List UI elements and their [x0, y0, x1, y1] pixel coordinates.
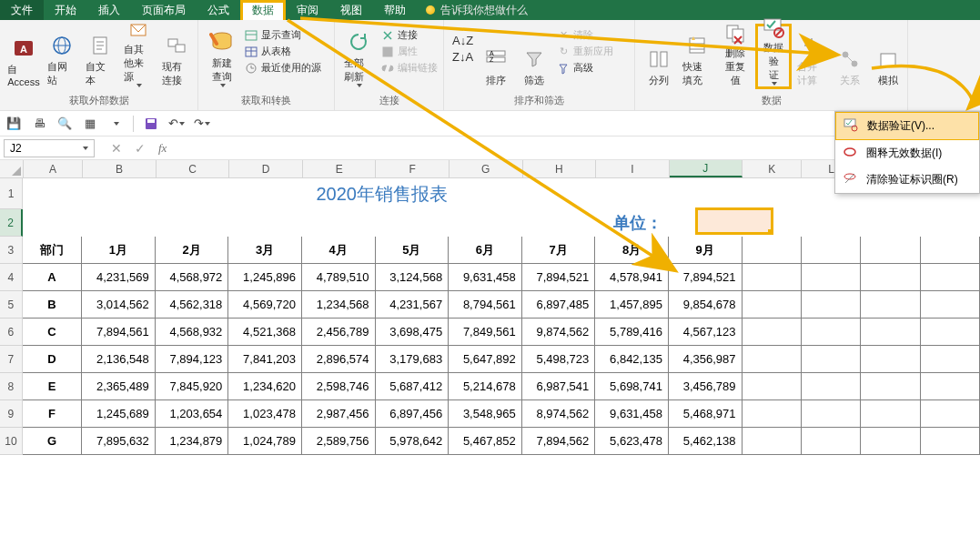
value-cell[interactable]: 3,124,568 — [376, 264, 450, 291]
value-cell[interactable]: 1,203,654 — [156, 400, 229, 428]
value-cell[interactable]: 2,136,548 — [82, 346, 156, 373]
menu-help[interactable]: 帮助 — [373, 0, 417, 20]
value-cell[interactable]: 3,014,562 — [82, 291, 156, 319]
dept-cell[interactable]: E — [23, 373, 82, 400]
cell[interactable] — [742, 178, 802, 209]
menu-pagelayout[interactable]: 页面布局 — [131, 0, 197, 20]
value-cell[interactable]: 4,356,987 — [669, 346, 743, 373]
value-cell[interactable]: 4,567,123 — [669, 319, 743, 346]
value-cell[interactable]: 5,789,416 — [595, 319, 669, 346]
value-cell[interactable]: 6,842,135 — [595, 346, 669, 373]
from-text-button[interactable]: 自文本 — [82, 24, 118, 89]
row-header-9[interactable]: 9 — [0, 400, 23, 428]
value-cell[interactable]: 9,631,458 — [449, 264, 522, 291]
qat-undo-icon[interactable]: ↶ — [167, 114, 187, 134]
cell[interactable] — [802, 319, 861, 346]
value-cell[interactable]: 4,578,941 — [595, 264, 669, 291]
cell[interactable] — [921, 428, 980, 455]
cell[interactable] — [743, 291, 802, 319]
menu-file[interactable]: 文件 — [0, 0, 44, 20]
value-cell[interactable]: 3,456,789 — [669, 373, 743, 400]
value-cell[interactable]: 4,569,720 — [228, 291, 302, 319]
filter-button[interactable]: 筛选 — [516, 24, 552, 89]
cell[interactable] — [743, 346, 802, 373]
value-cell[interactable]: 2,598,746 — [302, 373, 376, 400]
value-cell[interactable]: 4,568,972 — [156, 264, 229, 291]
value-cell[interactable]: 5,687,412 — [376, 373, 450, 400]
menu-insert[interactable]: 插入 — [87, 0, 131, 20]
remove-duplicates-button[interactable]: 删除 重复值 — [717, 24, 753, 89]
qat-save2-icon[interactable] — [141, 114, 161, 134]
col-header-H[interactable]: H — [523, 160, 597, 177]
col-header-J[interactable]: J — [670, 160, 743, 177]
from-table-button[interactable]: 从表格 — [242, 44, 324, 59]
value-cell[interactable]: 7,895,632 — [82, 428, 156, 455]
cell[interactable] — [920, 209, 980, 237]
value-cell[interactable]: 4,231,569 — [82, 264, 156, 291]
col-header-A[interactable]: A — [24, 160, 83, 177]
show-queries-button[interactable]: 显示查询 — [242, 27, 324, 43]
value-cell[interactable]: 4,231,567 — [376, 291, 450, 319]
table-header[interactable]: 7月 — [522, 237, 596, 264]
cell[interactable] — [921, 346, 980, 373]
value-cell[interactable]: 2,589,756 — [302, 428, 376, 455]
col-header-E[interactable]: E — [303, 160, 377, 177]
qat-new-icon[interactable]: ▦ — [80, 114, 100, 134]
from-web-button[interactable]: 自网站 — [44, 24, 80, 89]
table-header[interactable]: 8月 — [595, 237, 669, 264]
value-cell[interactable]: 2,987,456 — [302, 400, 376, 428]
cell[interactable] — [802, 400, 861, 428]
cell[interactable] — [921, 264, 980, 291]
value-cell[interactable]: 2,365,489 — [82, 373, 156, 400]
from-other-button[interactable]: 自其他来源 — [120, 24, 157, 89]
existing-connections-button[interactable]: 现有连接 — [158, 24, 195, 89]
cell[interactable] — [802, 291, 861, 319]
col-header-I[interactable]: I — [596, 160, 670, 177]
cell[interactable] — [802, 237, 861, 264]
value-cell[interactable]: 1,024,789 — [228, 428, 302, 455]
qat-print-icon[interactable]: 🖶 — [29, 114, 49, 134]
table-header[interactable]: 9月 — [669, 237, 743, 264]
qat-caret[interactable] — [106, 114, 126, 134]
cell[interactable] — [802, 428, 861, 455]
data-validation-button[interactable]: 数据验 证 — [755, 24, 792, 89]
qat-save-icon[interactable]: 💾 — [4, 114, 24, 134]
cell[interactable] — [743, 319, 802, 346]
select-all-corner[interactable] — [0, 160, 24, 178]
value-cell[interactable]: 5,214,678 — [449, 373, 522, 400]
cell[interactable] — [861, 373, 920, 400]
recent-sources-button[interactable]: 最近使用的源 — [242, 60, 324, 76]
row-header-3[interactable]: 3 — [0, 237, 23, 264]
value-cell[interactable]: 9,631,458 — [595, 400, 669, 428]
value-cell[interactable]: 3,548,965 — [449, 400, 522, 428]
dept-cell[interactable]: C — [23, 319, 82, 346]
menu-review[interactable]: 审阅 — [286, 0, 329, 20]
row-header-5[interactable]: 5 — [0, 291, 23, 319]
sort-asc-button[interactable]: A↓Z — [450, 33, 476, 48]
value-cell[interactable]: 6,897,485 — [522, 291, 596, 319]
col-header-G[interactable]: G — [450, 160, 523, 177]
menu-formulas[interactable]: 公式 — [197, 0, 240, 20]
value-cell[interactable]: 5,462,138 — [669, 428, 743, 455]
cell[interactable] — [861, 346, 920, 373]
value-cell[interactable]: 4,789,510 — [302, 264, 376, 291]
value-cell[interactable]: 1,023,478 — [228, 400, 302, 428]
value-cell[interactable]: 7,894,562 — [522, 428, 596, 455]
table-header[interactable]: 2月 — [156, 237, 229, 264]
cell[interactable] — [743, 237, 802, 264]
cell[interactable] — [921, 291, 980, 319]
table-header[interactable]: 1月 — [82, 237, 156, 264]
cell[interactable] — [861, 400, 920, 428]
dept-cell[interactable]: G — [23, 428, 82, 455]
value-cell[interactable]: 5,623,478 — [595, 428, 669, 455]
connections-button[interactable]: 连接 — [379, 27, 440, 43]
col-header-F[interactable]: F — [376, 160, 450, 177]
cell[interactable] — [743, 428, 802, 455]
value-cell[interactable]: 4,521,368 — [228, 319, 302, 346]
value-cell[interactable]: 5,698,741 — [595, 373, 669, 400]
value-cell[interactable]: 7,841,203 — [228, 346, 302, 373]
cell[interactable] — [921, 319, 980, 346]
cell[interactable] — [743, 400, 802, 428]
dv-menu-clear[interactable]: 清除验证标识圈(R) — [835, 167, 979, 193]
value-cell[interactable]: 1,234,620 — [228, 373, 302, 400]
